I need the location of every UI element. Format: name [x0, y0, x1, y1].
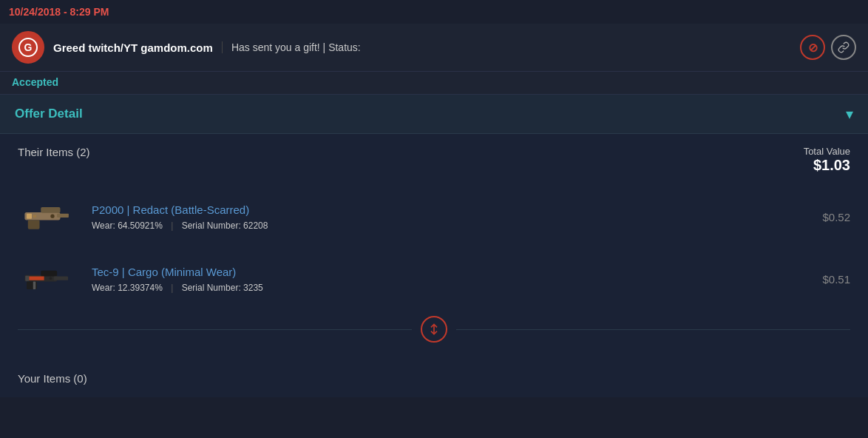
list-item: Tec-9 | Cargo (Minimal Wear) Wear: 12.39…	[18, 248, 850, 310]
svg-rect-16	[33, 282, 36, 290]
notification-bar: G Greed twitch/YT gamdom.com Has sent yo…	[0, 24, 868, 72]
svg-rect-8	[33, 215, 36, 218]
svg-point-6	[50, 215, 54, 218]
item-serial: 62208	[243, 220, 268, 231]
timestamp: 10/24/2018 - 8:29 PM	[0, 0, 868, 24]
svg-text:G: G	[24, 41, 33, 53]
your-items-section: Your Items (0)	[0, 360, 868, 397]
svg-rect-7	[27, 214, 32, 219]
total-value-amount: $1.03	[804, 157, 850, 174]
item-price: $0.52	[822, 211, 850, 223]
block-button[interactable]: ⊘	[800, 35, 825, 60]
svg-rect-5	[57, 214, 69, 218]
notification-message: Has sent you a gift! | Status:	[222, 41, 361, 53]
sender-name: Greed twitch/YT gamdom.com	[53, 41, 213, 54]
item-serial-2: 3235	[243, 283, 263, 293]
accepted-label: Accepted	[0, 72, 868, 95]
their-items-label: Their Items (2)	[18, 146, 90, 158]
link-button[interactable]	[831, 35, 856, 60]
item-image-2	[18, 257, 77, 301]
svg-point-15	[50, 277, 52, 280]
item-wear: 64.50921%	[118, 220, 163, 231]
chevron-down-icon[interactable]: ▾	[846, 105, 853, 123]
item-name-2: Tec-9 | Cargo (Minimal Wear)	[92, 266, 807, 278]
svg-rect-3	[41, 207, 60, 213]
divider-section	[18, 316, 850, 343]
offer-detail-title: Offer Detail	[15, 107, 83, 121]
list-item: P2000 | Redact (Battle-Scarred) Wear: 64…	[18, 186, 850, 248]
offer-detail-header: Offer Detail ▾	[0, 95, 868, 134]
svg-rect-13	[28, 277, 44, 280]
svg-rect-14	[25, 276, 29, 281]
offer-content: Their Items (2) Total Value $1.03 P2000 …	[0, 134, 868, 360]
svg-rect-10	[41, 271, 57, 277]
avatar: G	[12, 31, 44, 64]
total-value-label: Total Value	[804, 146, 850, 157]
item-name: P2000 | Redact (Battle-Scarred)	[92, 203, 807, 216]
item-price-2: $0.51	[822, 273, 850, 286]
item-image	[18, 195, 77, 239]
item-wear-2: 12.39374%	[118, 283, 163, 293]
your-items-label: Your Items (0)	[18, 372, 87, 385]
svg-rect-12	[54, 277, 68, 280]
swap-icon[interactable]	[421, 316, 447, 343]
svg-rect-4	[28, 220, 40, 229]
